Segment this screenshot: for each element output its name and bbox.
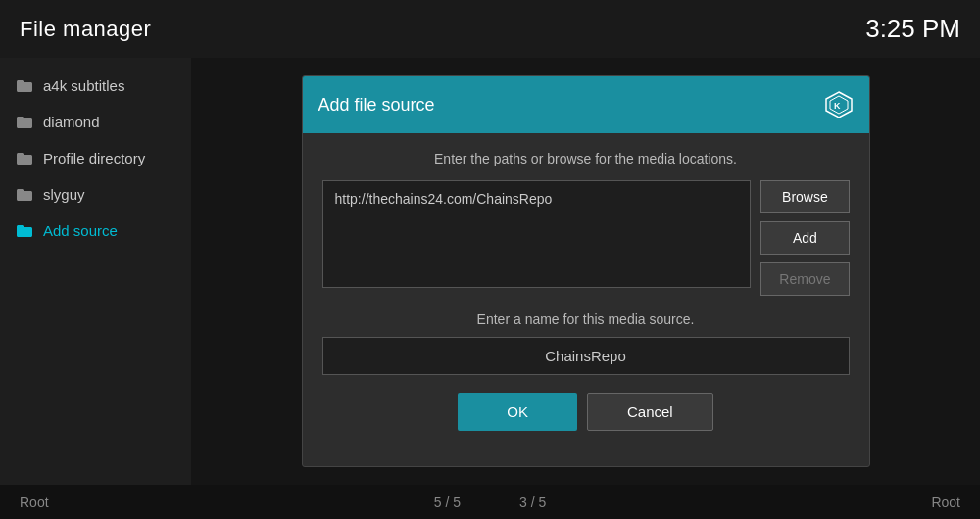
browse-button[interactable]: Browse: [760, 180, 849, 213]
sidebar-item-a4k-subtitles[interactable]: a4k subtitles: [0, 68, 191, 104]
folder-icon: [16, 116, 33, 129]
footer-center: 5 / 5 3 / 5: [434, 495, 547, 510]
sidebar-item-profile-directory[interactable]: Profile directory: [0, 140, 191, 176]
dialog-title: Add file source: [318, 95, 435, 116]
sidebar-item-add-source[interactable]: Add source: [0, 212, 191, 249]
folder-icon: [16, 188, 33, 202]
folder-icon: [16, 152, 33, 165]
add-button[interactable]: Add: [760, 221, 849, 255]
footer-center-right: 3 / 5: [519, 495, 546, 510]
path-input[interactable]: http://thechains24.com/ChainsRepo: [322, 180, 752, 288]
folder-icon: [16, 79, 33, 93]
kodi-logo-icon: K: [824, 90, 854, 119]
dialog-header: Add file source K: [303, 76, 869, 133]
footer-left: Root: [20, 495, 49, 510]
add-file-source-dialog: Add file source K Enter the paths or bro…: [302, 75, 870, 467]
sidebar-item-label: a4k subtitles: [43, 77, 124, 94]
footer-bar: Root 5 / 5 3 / 5 Root: [0, 485, 980, 519]
remove-button[interactable]: Remove: [760, 262, 849, 296]
sidebar-item-diamond[interactable]: diamond: [0, 104, 191, 140]
footer-right: Root: [931, 495, 960, 510]
name-value: ChainsRepo: [545, 348, 626, 364]
sidebar: a4k subtitles diamond Profile directory …: [0, 58, 191, 485]
path-row: http://thechains24.com/ChainsRepo Browse…: [322, 180, 850, 296]
sidebar-item-label: Add source: [43, 222, 118, 239]
header: File manager 3:25 PM: [0, 0, 980, 58]
clock: 3:25 PM: [865, 14, 960, 44]
sidebar-item-label: diamond: [43, 114, 100, 130]
footer-center-left: 5 / 5: [434, 495, 461, 510]
path-buttons: Browse Add Remove: [760, 180, 849, 296]
sidebar-item-slyguy[interactable]: slyguy: [0, 176, 191, 212]
dialog-overlay: Add file source K Enter the paths or bro…: [191, 58, 980, 485]
dialog-body: Enter the paths or browse for the media …: [303, 133, 869, 466]
dialog-path-subtitle: Enter the paths or browse for the media …: [322, 151, 850, 166]
dialog-footer: OK Cancel: [322, 393, 850, 448]
sidebar-item-label: Profile directory: [43, 150, 145, 166]
content-area: Add file source K Enter the paths or bro…: [191, 58, 980, 485]
cancel-button[interactable]: Cancel: [587, 393, 713, 431]
svg-text:K: K: [834, 101, 841, 111]
name-subtitle: Enter a name for this media source.: [322, 311, 850, 327]
path-value: http://thechains24.com/ChainsRepo: [335, 191, 553, 207]
app-title: File manager: [20, 17, 151, 42]
sidebar-item-label: slyguy: [43, 186, 85, 203]
folder-icon: [16, 224, 33, 238]
ok-button[interactable]: OK: [458, 393, 577, 431]
name-input[interactable]: ChainsRepo: [322, 337, 850, 375]
main-layout: a4k subtitles diamond Profile directory …: [0, 58, 980, 485]
